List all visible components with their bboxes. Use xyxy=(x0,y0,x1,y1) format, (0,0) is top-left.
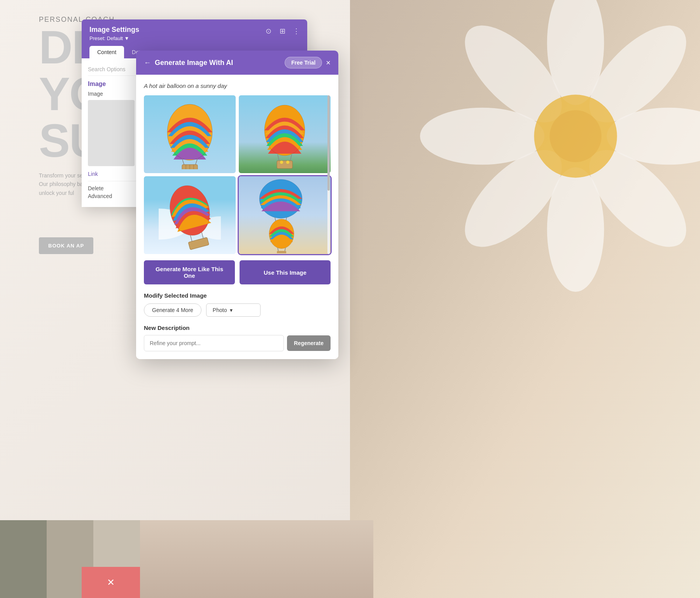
more-options-icon[interactable]: ⋮ xyxy=(292,26,301,36)
scrollbar-thumb[interactable] xyxy=(327,95,330,191)
regenerate-button[interactable]: Regenerate xyxy=(287,335,331,351)
ai-image-2[interactable] xyxy=(239,95,331,173)
action-buttons: Generate More Like This One Use This Ima… xyxy=(144,260,331,284)
background-right-image xyxy=(350,0,700,598)
modify-section-label: Modify Selected Image xyxy=(144,292,331,299)
ai-modal-body: A hot air balloon on a sunny day xyxy=(136,75,338,359)
photo-select-chevron: ▾ xyxy=(230,307,233,313)
ai-modal: ← Generate Image With AI Free Trial × A … xyxy=(136,51,338,359)
generate-4-button[interactable]: Generate 4 More xyxy=(144,303,201,317)
balloon-image-1 xyxy=(144,95,236,173)
svg-point-10 xyxy=(550,110,601,162)
ai-modal-title: Generate Image With AI xyxy=(155,59,233,67)
scrollbar-track[interactable] xyxy=(327,95,330,254)
flower-decoration xyxy=(420,0,700,292)
balloon-image-2 xyxy=(239,95,331,173)
balloon-image-3 xyxy=(144,176,236,254)
use-image-button[interactable]: Use This Image xyxy=(240,260,331,284)
background-bottom-image xyxy=(140,520,373,598)
svg-line-21 xyxy=(278,154,279,161)
svg-rect-23 xyxy=(277,161,292,168)
photo-style-select[interactable]: Photo ▾ xyxy=(206,303,261,317)
ai-image-grid xyxy=(144,95,331,254)
book-appointment-button[interactable]: BOOK AN AP xyxy=(39,237,93,254)
swatch-1 xyxy=(0,520,47,598)
svg-point-25 xyxy=(286,161,289,164)
grid-icon[interactable]: ⊞ xyxy=(278,26,287,36)
ai-image-1[interactable] xyxy=(144,95,236,173)
prompt-row: Regenerate xyxy=(144,335,331,351)
back-button[interactable]: ← xyxy=(144,59,151,67)
panel-preset[interactable]: Preset: Default ▼ xyxy=(89,35,299,41)
image-placeholder xyxy=(88,100,135,166)
ai-modal-header-right: Free Trial × xyxy=(285,57,331,68)
svg-line-30 xyxy=(191,235,192,242)
balloon-image-4 xyxy=(239,176,331,254)
prompt-input[interactable] xyxy=(144,335,284,351)
new-description-label: New Description xyxy=(144,324,331,331)
svg-point-24 xyxy=(280,161,283,164)
ai-prompt-display: A hot air balloon on a sunny day xyxy=(144,82,331,89)
ai-image-3[interactable] xyxy=(144,176,236,254)
svg-rect-42 xyxy=(277,251,286,253)
modify-row: Generate 4 More Photo ▾ xyxy=(144,303,331,317)
ai-modal-header: ← Generate Image With AI Free Trial × xyxy=(136,51,338,75)
free-trial-badge: Free Trial xyxy=(285,57,322,68)
svg-line-22 xyxy=(290,154,292,161)
ai-modal-title-row: ← Generate Image With AI xyxy=(144,59,233,67)
photo-select-label: Photo xyxy=(213,307,227,313)
tab-content[interactable]: Content xyxy=(89,46,124,58)
target-icon[interactable]: ⊙ xyxy=(264,26,273,36)
ai-image-4[interactable] xyxy=(239,176,331,254)
cancel-icon: ✕ xyxy=(107,577,115,588)
generate-more-button[interactable]: Generate More Like This One xyxy=(144,260,235,284)
close-button[interactable]: × xyxy=(326,59,331,67)
panel-header-icons: ⊙ ⊞ ⋮ xyxy=(264,26,301,36)
cancel-bar[interactable]: ✕ xyxy=(82,567,140,598)
